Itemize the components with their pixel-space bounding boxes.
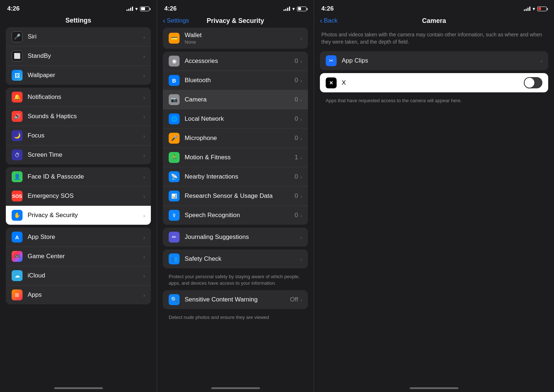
- permissions-row-nearby[interactable]: 📡 Nearby Interactions 0 ›: [163, 167, 308, 187]
- research-value: 0: [295, 192, 298, 200]
- settings-row-apps[interactable]: ⊞ Apps ›: [6, 285, 151, 304]
- journaling-label: Journaling Suggestions: [185, 233, 300, 241]
- icloud-label: iCloud: [28, 272, 143, 279]
- x-app-icon: ✕: [326, 77, 337, 88]
- focus-label: Focus: [28, 132, 143, 139]
- journaling-chevron: ›: [300, 234, 302, 240]
- settings-row-standby[interactable]: ⬜ StandBy ›: [6, 47, 151, 66]
- standby-label: StandBy: [28, 52, 143, 60]
- settings-row-privacy[interactable]: ✋ Privacy & Security ›: [6, 206, 151, 225]
- settings-row-gamecenter[interactable]: 🎮 Game Center ›: [6, 247, 151, 266]
- camera-scroll[interactable]: Photos and videos taken with the camera …: [314, 28, 554, 380]
- bluetooth-value: 0: [295, 77, 298, 84]
- permissions-row-camera[interactable]: 📷 Camera 0 ›: [163, 90, 308, 109]
- settings-row-faceid[interactable]: 👤 Face ID & Passcode ›: [6, 167, 151, 187]
- status-icons-3: ▾: [524, 6, 547, 12]
- privacy-scroll[interactable]: 💳 Wallet None › ◉ Accessories 0 ›: [157, 28, 314, 380]
- permissions-row-microphone[interactable]: 🎤 Microphone 0 ›: [163, 129, 308, 148]
- settings-group-bottom: A App Store › 🎮 Game Center › ☁ iCloud ›: [6, 228, 151, 304]
- sensitive-desc: Detect nude photos and ensure they are v…: [157, 312, 314, 324]
- localnetwork-value: 0: [295, 115, 298, 123]
- privacy-icon: ✋: [12, 210, 23, 221]
- signal-icon: [127, 7, 133, 11]
- speech-label: Speech Recognition: [185, 212, 295, 219]
- appclips-row[interactable]: ✂ App Clips ›: [320, 51, 548, 70]
- sensitive-group: 🔍 Sensitive Content Warning Off ›: [163, 290, 308, 309]
- sensitive-row[interactable]: 🔍 Sensitive Content Warning Off ›: [163, 290, 308, 309]
- settings-row-focus[interactable]: 🌙 Focus ›: [6, 126, 151, 145]
- battery-icon: [140, 7, 149, 11]
- settings-row-emergencysos[interactable]: SOS Emergency SOS ›: [6, 187, 151, 206]
- speech-value: 0: [295, 212, 298, 219]
- motion-chevron: ›: [300, 155, 302, 161]
- microphone-value: 0: [295, 135, 298, 142]
- toggle-knob: [525, 78, 534, 88]
- privacy-title: Privacy & Security: [206, 17, 264, 25]
- camera-label: Camera: [185, 96, 295, 103]
- permissions-row-bluetooth[interactable]: B Bluetooth 0 ›: [163, 71, 308, 90]
- signal-icon-2: [284, 7, 290, 11]
- emergencysos-chevron: ›: [143, 193, 145, 199]
- sounds-icon: 🔊: [12, 111, 23, 122]
- faceid-label: Face ID & Passcode: [28, 173, 143, 180]
- home-indicator-1: [0, 380, 157, 392]
- accessories-icon: ◉: [169, 56, 180, 67]
- speech-chevron: ›: [300, 212, 302, 219]
- sensitive-chevron: ›: [300, 297, 302, 303]
- battery-icon-2: [297, 7, 306, 11]
- x-app-label: X: [342, 79, 524, 87]
- wallet-content: Wallet None: [185, 32, 300, 45]
- permissions-row-speech[interactable]: 🎙 Speech Recognition 0 ›: [163, 206, 308, 225]
- home-indicator-3: [314, 380, 554, 392]
- status-bar-1: 4:26 ▾: [0, 0, 157, 15]
- settings-panel: 4:26 ▾ Settings 🎤 Siri ›: [0, 0, 157, 392]
- camera-desc: Photos and videos taken with the camera …: [314, 28, 554, 51]
- bluetooth-icon: B: [169, 75, 180, 86]
- nearby-label: Nearby Interactions: [185, 173, 295, 180]
- settings-title-area: Settings: [0, 15, 157, 27]
- journaling-row[interactable]: ✏ Journaling Suggestions ›: [163, 228, 308, 247]
- wallet-value: None: [185, 39, 300, 45]
- settings-row-sounds[interactable]: 🔊 Sounds & Haptics ›: [6, 107, 151, 126]
- motion-label: Motion & Fitness: [185, 154, 295, 161]
- settings-row-notifications[interactable]: 🔔 Notifications ›: [6, 88, 151, 107]
- camera-title: Camera: [422, 17, 446, 25]
- permissions-row-accessories[interactable]: ◉ Accessories 0 ›: [163, 52, 308, 71]
- settings-group-middle: 🔔 Notifications › 🔊 Sounds & Haptics › 🌙…: [6, 88, 151, 164]
- journaling-icon: ✏: [169, 232, 180, 243]
- camera-back-button[interactable]: ‹ Back: [320, 17, 337, 25]
- permissions-row-research[interactable]: 📊 Research Sensor & Usage Data 0 ›: [163, 187, 308, 206]
- settings-row-siri[interactable]: 🎤 Siri ›: [6, 27, 151, 47]
- microphone-label: Microphone: [185, 135, 295, 142]
- nearby-chevron: ›: [300, 174, 302, 180]
- faceid-chevron: ›: [143, 174, 145, 180]
- settings-scroll[interactable]: 🎤 Siri › ⬜ StandBy › 🖼 Wallpaper ›: [0, 27, 157, 380]
- x-app-row[interactable]: ✕ X: [320, 73, 548, 92]
- x-toggle[interactable]: [524, 77, 542, 88]
- faceid-icon: 👤: [12, 171, 23, 182]
- apps-label: Apps: [28, 291, 143, 299]
- research-label: Research Sensor & Usage Data: [185, 192, 295, 200]
- appclips-icon: ✂: [326, 55, 337, 66]
- emergencysos-icon: SOS: [12, 191, 23, 201]
- wallet-row[interactable]: 💳 Wallet None ›: [163, 28, 308, 49]
- safetycheck-row[interactable]: 👥 Safety Check ›: [163, 249, 308, 268]
- screentime-label: Screen Time: [28, 151, 143, 159]
- permissions-row-localnetwork[interactable]: 🌐 Local Network 0 ›: [163, 109, 308, 129]
- sounds-chevron: ›: [143, 113, 145, 120]
- time-2: 4:26: [164, 5, 177, 12]
- siri-icon: 🎤: [12, 31, 23, 42]
- bluetooth-chevron: ›: [300, 77, 302, 84]
- sensitive-value: Off: [290, 296, 298, 303]
- wifi-icon-2: ▾: [292, 6, 295, 12]
- privacy-chevron: ›: [143, 212, 145, 219]
- permissions-row-motion[interactable]: 🏃 Motion & Fitness 1 ›: [163, 148, 308, 167]
- screentime-icon: ⏱: [12, 149, 23, 160]
- settings-row-icloud[interactable]: ☁ iCloud ›: [6, 266, 151, 285]
- privacy-back-button[interactable]: ‹ Settings: [163, 17, 189, 25]
- apps-chevron: ›: [143, 292, 145, 298]
- settings-row-appstore[interactable]: A App Store ›: [6, 228, 151, 247]
- settings-row-wallpaper[interactable]: 🖼 Wallpaper ›: [6, 66, 151, 85]
- microphone-chevron: ›: [300, 135, 302, 141]
- settings-row-screentime[interactable]: ⏱ Screen Time ›: [6, 145, 151, 164]
